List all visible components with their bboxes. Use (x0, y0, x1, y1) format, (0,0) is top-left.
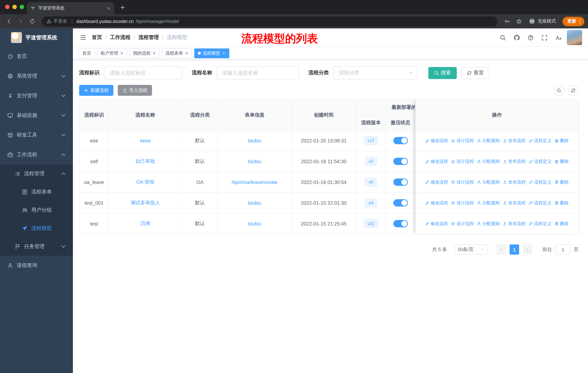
next-page-button[interactable] (523, 244, 532, 255)
sidebar-item-process-mgmt[interactable]: 流程管理 (0, 165, 73, 183)
tag-close-icon[interactable] (185, 51, 189, 55)
prev-page-button[interactable] (496, 244, 506, 255)
browser-tab[interactable]: 芋道管理系统 (27, 2, 115, 14)
forward-button[interactable] (15, 16, 26, 26)
chrome-update-button[interactable]: 更新 (562, 17, 584, 26)
password-manager-icon[interactable] (502, 16, 512, 26)
sidebar-item-infra[interactable]: 基础设施 (0, 106, 73, 125)
form-info-link[interactable]: biubiu (248, 138, 261, 143)
active-status-toggle[interactable] (393, 199, 408, 207)
op-definition-link[interactable]: 流程定义 (529, 138, 552, 144)
reset-button[interactable]: 重置 (461, 67, 490, 79)
active-status-toggle[interactable] (393, 179, 408, 186)
op-modify-link[interactable]: 修改流程 (425, 159, 448, 165)
page-number-button[interactable]: 1 (510, 244, 519, 255)
fullscreen-icon[interactable] (539, 32, 549, 43)
op-delete-link[interactable]: 删除 (555, 200, 569, 206)
help-icon[interactable] (525, 32, 536, 43)
view-tag[interactable]: 租户管理 (97, 48, 127, 58)
bookmark-star-icon[interactable] (514, 16, 524, 26)
op-delete-link[interactable]: 删除 (555, 221, 569, 227)
process-name-input[interactable] (217, 66, 299, 80)
tag-close-icon[interactable] (152, 51, 156, 55)
sidebar-item-user-group[interactable]: 用户分组 (0, 201, 73, 219)
breadcrumb-item[interactable]: 工作流程 (110, 34, 130, 41)
op-deploy-link[interactable]: 发布流程 (503, 138, 526, 144)
macos-close-button[interactable] (5, 5, 10, 9)
form-info-link[interactable]: biubiu (248, 221, 261, 226)
breadcrumb-item[interactable]: 首页 (92, 34, 102, 41)
tag-close-icon[interactable] (222, 51, 226, 55)
op-assign-link[interactable]: 分配规则 (477, 200, 500, 206)
op-modify-link[interactable]: 修改流程 (425, 221, 448, 227)
category-select[interactable]: 流程分类 (333, 66, 417, 80)
macos-minimize-button[interactable] (12, 5, 17, 9)
header-search-icon[interactable] (498, 32, 508, 43)
sidebar-item-devtools[interactable]: 研发工具 (0, 125, 73, 145)
active-status-toggle[interactable] (393, 220, 408, 227)
process-name-link[interactable]: eeee (140, 138, 151, 143)
form-info-link[interactable]: biubiu (248, 200, 261, 206)
sidebar-item-home[interactable]: 首页 (0, 47, 73, 66)
sidebar-toggle-button[interactable] (77, 31, 90, 44)
font-size-icon[interactable] (553, 32, 563, 43)
form-info-link[interactable]: biubiu (248, 159, 261, 164)
github-icon[interactable] (511, 32, 522, 43)
op-definition-link[interactable]: 流程定义 (529, 159, 552, 165)
chrome-menu-icon[interactable] (578, 19, 583, 24)
op-design-link[interactable]: 设计流程 (451, 221, 474, 227)
tag-close-icon[interactable] (120, 51, 124, 55)
view-tag[interactable]: 我的流程 (129, 48, 160, 58)
view-tag[interactable]: 流程表单 (162, 48, 192, 58)
view-tag[interactable]: 首页 (79, 48, 95, 58)
create-process-button[interactable]: 新建流程 (79, 85, 113, 96)
process-name-link[interactable]: OA 请假 (136, 179, 154, 185)
new-tab-button[interactable] (118, 3, 127, 12)
form-info-link[interactable]: /bpm/oa/leave/create (232, 179, 278, 185)
sidebar-item-payment[interactable]: 支付管理 (0, 86, 73, 106)
sidebar-item-leave-query[interactable]: 请假查询 (0, 256, 73, 275)
goto-page-input[interactable] (556, 244, 570, 255)
op-modify-link[interactable]: 修改流程 (425, 179, 448, 185)
back-button[interactable] (4, 16, 14, 26)
op-assign-link[interactable]: 分配规则 (477, 179, 500, 185)
tab-close-icon[interactable] (106, 6, 111, 10)
op-design-link[interactable]: 设计流程 (451, 138, 474, 144)
op-design-link[interactable]: 设计流程 (451, 159, 474, 165)
process-name-link[interactable]: 自己审批 (136, 159, 155, 164)
import-process-button[interactable]: 导入流程 (118, 85, 152, 96)
op-definition-link[interactable]: 流程定义 (529, 179, 552, 185)
breadcrumb-item[interactable]: 流程管理 (138, 34, 159, 41)
address-bar[interactable]: 不安全 dashboard.yudao.iocoder.cn/bpm/manag… (42, 16, 498, 26)
op-assign-link[interactable]: 分配规则 (477, 138, 500, 144)
op-design-link[interactable]: 设计流程 (451, 200, 474, 206)
op-delete-link[interactable]: 删除 (555, 138, 569, 144)
refresh-table-button[interactable] (568, 85, 578, 96)
op-assign-link[interactable]: 分配规则 (477, 159, 500, 165)
sidebar-item-workflow[interactable]: 工作流程 (0, 145, 73, 165)
op-deploy-link[interactable]: 发布流程 (503, 159, 526, 165)
search-button[interactable]: 搜索 (428, 67, 457, 79)
view-tag[interactable]: 流程模型 (194, 48, 229, 58)
process-name-link[interactable]: 测试多审批人 (130, 200, 160, 205)
op-deploy-link[interactable]: 发布流程 (503, 179, 526, 185)
op-assign-link[interactable]: 分配规则 (477, 221, 500, 227)
op-deploy-link[interactable]: 发布流程 (503, 221, 526, 227)
process-id-input[interactable] (104, 66, 182, 80)
macos-zoom-button[interactable] (20, 5, 24, 9)
op-delete-link[interactable]: 删除 (555, 179, 569, 185)
active-status-toggle[interactable] (393, 158, 408, 165)
sidebar-item-process-model[interactable]: 流程模型 (0, 219, 73, 238)
op-modify-link[interactable]: 修改流程 (425, 200, 448, 206)
op-deploy-link[interactable]: 发布流程 (503, 200, 526, 206)
op-design-link[interactable]: 设计流程 (451, 179, 474, 185)
sidebar-item-process-form[interactable]: 流程表单 (0, 183, 73, 201)
process-name-link[interactable]: 滔博 (140, 221, 150, 226)
sidebar-item-system[interactable]: 系统管理 (0, 66, 73, 86)
op-definition-link[interactable]: 流程定义 (529, 200, 552, 206)
toggle-search-button[interactable] (554, 85, 564, 96)
user-avatar[interactable] (567, 30, 582, 45)
op-modify-link[interactable]: 修改流程 (425, 138, 448, 144)
reload-button[interactable] (27, 16, 37, 26)
page-size-select[interactable]: 10条/页 (454, 244, 488, 255)
